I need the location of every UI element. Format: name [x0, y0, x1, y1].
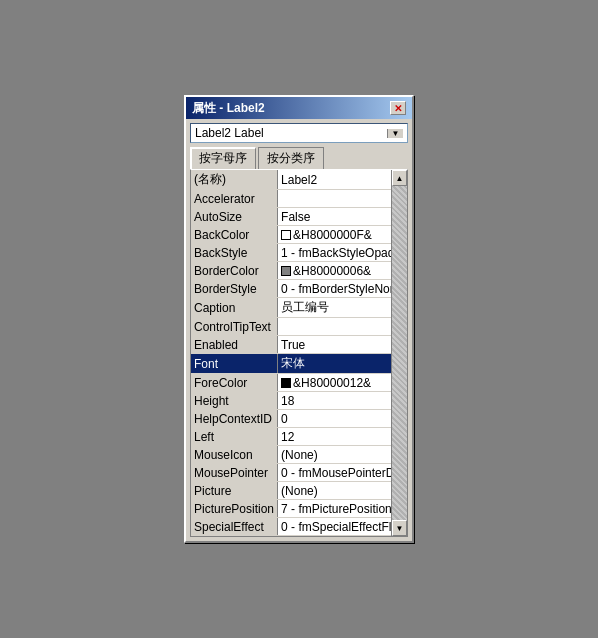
property-value[interactable] — [278, 190, 408, 208]
table-row[interactable]: Accelerator — [191, 190, 408, 208]
property-value[interactable]: 员工编号 — [278, 298, 408, 318]
property-value[interactable]: 0 - fmSpecialEffectFlat — [278, 518, 408, 536]
dropdown-value: Label2 Label — [195, 126, 264, 140]
property-name: Height — [191, 392, 278, 410]
title-bar: 属性 - Label2 ✕ — [186, 97, 412, 119]
property-value[interactable]: Label2 — [278, 170, 408, 190]
property-name: BorderColor — [191, 262, 278, 280]
color-swatch-icon — [281, 266, 291, 276]
font-value-wrapper: 宋体…⇱ — [281, 355, 408, 372]
property-name: PicturePosition — [191, 500, 278, 518]
properties-container: (名称)Label2AcceleratorAutoSizeFalseBackCo… — [190, 169, 408, 537]
table-row[interactable]: AutoSizeFalse — [191, 208, 408, 226]
properties-window: 属性 - Label2 ✕ Label2 Label ▼ 按字母序 按分类序 (… — [184, 95, 414, 543]
property-value[interactable]: False — [278, 208, 408, 226]
property-value[interactable]: 1 - fmBackStyleOpaque — [278, 244, 408, 262]
property-value[interactable]: &H80000006& — [278, 262, 408, 280]
table-row[interactable]: EnabledTrue — [191, 336, 408, 354]
property-value[interactable]: 宋体…⇱ — [278, 354, 408, 374]
table-row[interactable]: MouseIcon(None) — [191, 446, 408, 464]
property-name: MouseIcon — [191, 446, 278, 464]
property-value[interactable]: 12 — [278, 428, 408, 446]
table-row[interactable]: BorderStyle0 - fmBorderStyleNone — [191, 280, 408, 298]
window-title: 属性 - Label2 — [192, 100, 265, 117]
property-name: (名称) — [191, 170, 278, 190]
property-name: MousePointer — [191, 464, 278, 482]
properties-table: (名称)Label2AcceleratorAutoSizeFalseBackCo… — [191, 170, 408, 536]
property-name: SpecialEffect — [191, 518, 278, 536]
table-row[interactable]: BackStyle1 - fmBackStyleOpaque — [191, 244, 408, 262]
property-name: HelpContextID — [191, 410, 278, 428]
table-row[interactable]: PicturePosition7 - fmPicturePositionAbov… — [191, 500, 408, 518]
property-value[interactable]: 18 — [278, 392, 408, 410]
property-value[interactable]: 0 - fmMousePointerDefault — [278, 464, 408, 482]
table-row[interactable]: MousePointer0 - fmMousePointerDefault — [191, 464, 408, 482]
scroll-up-button[interactable]: ▲ — [392, 170, 407, 186]
property-value[interactable]: 7 - fmPicturePositionAboveCenter — [278, 500, 408, 518]
property-name: ForeColor — [191, 374, 278, 392]
close-button[interactable]: ✕ — [390, 101, 406, 115]
table-row[interactable]: SpecialEffect0 - fmSpecialEffectFlat — [191, 518, 408, 536]
property-value[interactable]: (None) — [278, 482, 408, 500]
table-row[interactable]: (名称)Label2 — [191, 170, 408, 190]
property-value[interactable]: (None) — [278, 446, 408, 464]
scroll-track[interactable] — [392, 186, 407, 520]
table-row[interactable]: ForeColor&H80000012& — [191, 374, 408, 392]
scroll-down-button[interactable]: ▼ — [392, 520, 407, 536]
property-value[interactable]: 0 — [278, 410, 408, 428]
table-row[interactable]: BackColor&H8000000F& — [191, 226, 408, 244]
property-name: Accelerator — [191, 190, 278, 208]
table-row[interactable]: ControlTipText — [191, 318, 408, 336]
property-name: Font — [191, 354, 278, 374]
tab-category[interactable]: 按分类序 — [258, 147, 324, 169]
table-row[interactable]: Picture(None) — [191, 482, 408, 500]
property-value[interactable]: &H80000012& — [278, 374, 408, 392]
tab-alpha[interactable]: 按字母序 — [190, 147, 256, 169]
table-row[interactable]: Left12 — [191, 428, 408, 446]
property-name: Left — [191, 428, 278, 446]
object-dropdown[interactable]: Label2 Label ▼ — [190, 123, 408, 143]
color-swatch-icon — [281, 230, 291, 240]
scrollbar[interactable]: ▲ ▼ — [391, 170, 407, 536]
table-row[interactable]: Font宋体…⇱ — [191, 354, 408, 374]
color-swatch-icon — [281, 378, 291, 388]
property-name: Enabled — [191, 336, 278, 354]
object-dropdown-row: Label2 Label ▼ — [190, 123, 408, 143]
property-name: AutoSize — [191, 208, 278, 226]
property-value[interactable]: 0 - fmBorderStyleNone — [278, 280, 408, 298]
table-row[interactable]: HelpContextID0 — [191, 410, 408, 428]
tabs-row: 按字母序 按分类序 — [190, 147, 408, 169]
property-name: BorderStyle — [191, 280, 278, 298]
table-row[interactable]: BorderColor&H80000006& — [191, 262, 408, 280]
window-body: Label2 Label ▼ 按字母序 按分类序 (名称)Label2Accel… — [186, 119, 412, 541]
property-name: Caption — [191, 298, 278, 318]
table-row[interactable]: Caption员工编号 — [191, 298, 408, 318]
dropdown-arrow-icon[interactable]: ▼ — [387, 129, 403, 138]
table-row[interactable]: Height18 — [191, 392, 408, 410]
property-name: Picture — [191, 482, 278, 500]
property-name: BackColor — [191, 226, 278, 244]
property-name: BackStyle — [191, 244, 278, 262]
property-value[interactable]: &H8000000F& — [278, 226, 408, 244]
property-value[interactable] — [278, 318, 408, 336]
font-value-text: 宋体 — [281, 355, 305, 372]
property-value[interactable]: True — [278, 336, 408, 354]
property-name: ControlTipText — [191, 318, 278, 336]
